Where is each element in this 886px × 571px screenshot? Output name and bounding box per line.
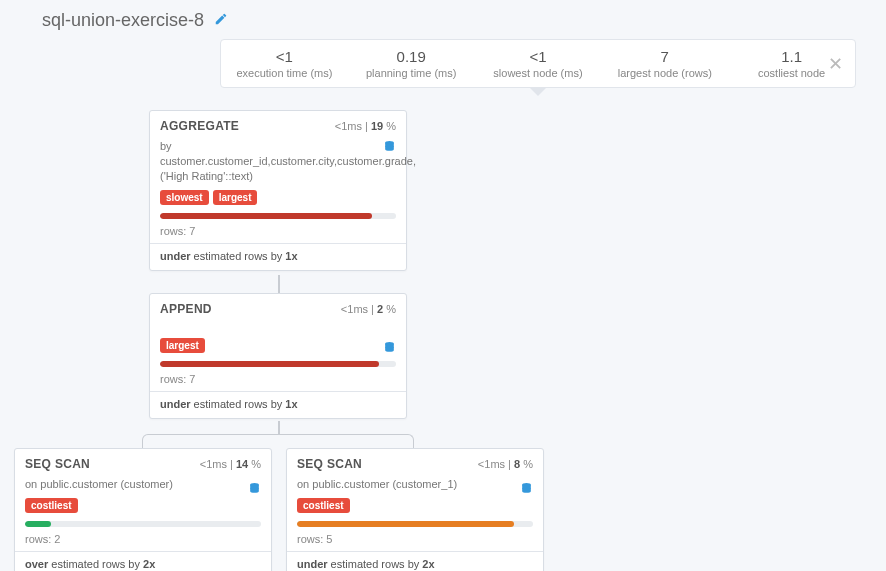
estimate-line: under estimated rows by 2x (287, 552, 543, 571)
node-meta: <1ms | 8 % (478, 458, 533, 470)
node-desc-text: by customer.customer_id,customer.city,cu… (160, 140, 416, 182)
stat-largest-node: 7 largest node (rows) (601, 48, 728, 79)
tag-slowest: slowest (160, 190, 209, 205)
estimate-prefix: under (160, 250, 191, 262)
estimate-line: under estimated rows by 1x (150, 244, 406, 270)
connector-line (278, 421, 280, 435)
database-icon[interactable] (520, 481, 533, 501)
node-time: <1 (341, 303, 354, 315)
node-time: <1 (335, 120, 348, 132)
estimate-mid: estimated rows by (48, 558, 143, 570)
stat-label: slowest node (ms) (485, 67, 592, 79)
estimate-line: under estimated rows by 1x (150, 392, 406, 418)
page-title: sql-union-exercise-8 (42, 10, 204, 31)
close-icon[interactable]: ✕ (828, 53, 843, 75)
progress-bar (25, 521, 261, 527)
estimate-mid: estimated rows by (191, 250, 286, 262)
progress-bar-fill (160, 213, 372, 219)
stat-value: <1 (485, 48, 592, 65)
tag-costliest: costliest (297, 498, 350, 513)
node-meta: <1ms | 2 % (341, 303, 396, 315)
plan-canvas: AGGREGATE <1ms | 19 % by customer.custom… (0, 88, 886, 568)
node-pct: 19 (371, 120, 383, 132)
node-tags: costliest (15, 498, 271, 521)
node-time: <1 (200, 458, 213, 470)
progress-bar-fill (25, 521, 51, 527)
node-header: SEQ SCAN <1ms | 8 % (287, 449, 543, 477)
node-tags: costliest (287, 498, 543, 521)
stat-slowest-node: <1 slowest node (ms) (475, 48, 602, 79)
estimate-prefix: under (297, 558, 328, 570)
progress-bar (160, 213, 396, 219)
node-description (150, 322, 406, 338)
estimate-mult: 2x (143, 558, 155, 570)
node-title: AGGREGATE (160, 119, 239, 133)
stat-label: execution time (ms) (231, 67, 338, 79)
node-header: AGGREGATE <1ms | 19 % (150, 111, 406, 139)
stat-label: planning time (ms) (358, 67, 465, 79)
node-seq-scan-1[interactable]: SEQ SCAN <1ms | 14 % on public.customer … (14, 448, 272, 571)
tag-largest: largest (213, 190, 258, 205)
stat-value: 7 (611, 48, 718, 65)
node-tags: slowest largest (150, 190, 406, 213)
estimate-mid: estimated rows by (191, 398, 286, 410)
connector-line (278, 275, 280, 293)
node-description: by customer.customer_id,customer.city,cu… (150, 139, 406, 190)
stat-planning-time: 0.19 planning time (ms) (348, 48, 475, 79)
node-description: on public.customer (customer) (15, 477, 271, 498)
database-icon[interactable] (383, 340, 396, 360)
node-description: on public.customer (customer_1) (287, 477, 543, 498)
rows-count: rows: 5 (287, 533, 543, 551)
node-seq-scan-2[interactable]: SEQ SCAN <1ms | 8 % on public.customer (… (286, 448, 544, 571)
estimate-mult: 1x (285, 250, 297, 262)
node-title: SEQ SCAN (25, 457, 90, 471)
estimate-mult: 1x (285, 398, 297, 410)
estimate-prefix: under (160, 398, 191, 410)
stat-value: <1 (231, 48, 338, 65)
database-icon[interactable] (248, 481, 261, 501)
estimate-mid: estimated rows by (328, 558, 423, 570)
node-title: SEQ SCAN (297, 457, 362, 471)
rows-count: rows: 7 (150, 225, 406, 243)
node-pct: 8 (514, 458, 520, 470)
node-pct: 2 (377, 303, 383, 315)
node-aggregate[interactable]: AGGREGATE <1ms | 19 % by customer.custom… (149, 110, 407, 271)
page-header: sql-union-exercise-8 (0, 0, 886, 39)
progress-bar-fill (297, 521, 514, 527)
connector-line (142, 434, 414, 448)
estimate-prefix: over (25, 558, 48, 570)
node-meta: <1ms | 19 % (335, 120, 396, 132)
node-append[interactable]: APPEND <1ms | 2 % largest rows: 7 under … (149, 293, 407, 419)
progress-bar (297, 521, 533, 527)
node-pct: 14 (236, 458, 248, 470)
node-meta: <1ms | 14 % (200, 458, 261, 470)
node-title: APPEND (160, 302, 212, 316)
progress-bar-fill (160, 361, 379, 367)
edit-icon[interactable] (214, 12, 228, 29)
rows-count: rows: 7 (150, 373, 406, 391)
rows-count: rows: 2 (15, 533, 271, 551)
database-icon[interactable] (383, 139, 396, 159)
progress-bar (160, 361, 396, 367)
node-header: SEQ SCAN <1ms | 14 % (15, 449, 271, 477)
estimate-line: over estimated rows by 2x (15, 552, 271, 571)
estimate-mult: 2x (422, 558, 434, 570)
stat-label: largest node (rows) (611, 67, 718, 79)
node-tags: largest (150, 338, 406, 361)
stat-value: 0.19 (358, 48, 465, 65)
node-desc-text: on public.customer (customer_1) (297, 478, 457, 490)
node-header: APPEND <1ms | 2 % (150, 294, 406, 322)
node-desc-text: on public.customer (customer) (25, 478, 173, 490)
tag-costliest: costliest (25, 498, 78, 513)
stat-execution-time: <1 execution time (ms) (221, 48, 348, 79)
node-time: <1 (478, 458, 491, 470)
stats-bar: <1 execution time (ms) 0.19 planning tim… (220, 39, 856, 88)
tag-largest: largest (160, 338, 205, 353)
